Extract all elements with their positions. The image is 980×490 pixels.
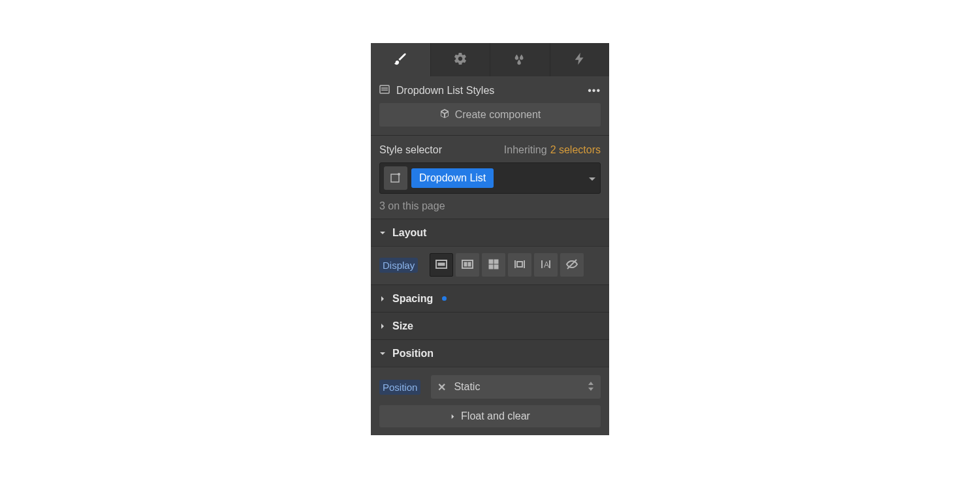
svg-rect-8 — [464, 262, 467, 266]
more-icon[interactable]: ••• — [588, 85, 601, 97]
display-block-button[interactable] — [430, 253, 453, 277]
caret-down-icon — [379, 348, 386, 359]
caret-right-icon — [379, 320, 386, 331]
display-inline-button[interactable]: A — [534, 253, 558, 277]
drops-icon — [513, 52, 527, 68]
caret-down-icon — [379, 227, 386, 238]
element-title: Dropdown List Styles — [396, 85, 588, 97]
position-body: Position ✕ Static Float and clear — [371, 367, 609, 435]
page-count: 3 on this page — [379, 200, 601, 212]
display-label: Display — [379, 258, 418, 273]
display-inline-block-button[interactable] — [508, 253, 531, 277]
selector-tag[interactable]: Dropdown List — [411, 168, 494, 188]
display-none-button[interactable] — [560, 253, 584, 277]
selector-dropdown[interactable] — [588, 173, 596, 184]
updown-icon — [588, 382, 594, 393]
cube-icon — [439, 108, 450, 121]
svg-rect-12 — [489, 265, 493, 269]
bolt-icon — [573, 52, 587, 68]
tab-style[interactable] — [371, 43, 431, 76]
section-layout-title: Layout — [392, 227, 426, 239]
close-icon: ✕ — [437, 381, 446, 393]
display-flex-button[interactable] — [456, 253, 479, 277]
grid-icon — [487, 258, 500, 273]
element-header: Dropdown List Styles ••• — [371, 76, 609, 103]
svg-text:A: A — [544, 260, 549, 269]
svg-rect-0 — [380, 85, 389, 93]
block-icon — [435, 258, 448, 273]
position-label: Position — [379, 380, 420, 395]
caret-down-icon — [588, 173, 596, 184]
inline-icon: A — [539, 258, 552, 273]
tab-settings[interactable] — [431, 43, 491, 76]
section-size-header[interactable]: Size — [371, 312, 609, 339]
svg-rect-3 — [391, 174, 399, 182]
style-selector-section: Style selector Inheriting 2 selectors Dr… — [371, 135, 609, 219]
svg-rect-9 — [468, 262, 471, 266]
section-position-header[interactable]: Position — [371, 339, 609, 367]
svg-rect-15 — [517, 262, 522, 267]
style-selector-label: Style selector — [379, 144, 504, 156]
tab-effects[interactable] — [490, 43, 550, 76]
inline-block-icon — [513, 258, 526, 273]
selector-target-button[interactable] — [384, 166, 407, 190]
spacing-indicator — [442, 296, 447, 301]
gear-icon — [453, 52, 467, 68]
caret-right-icon — [450, 410, 456, 422]
selectors-link[interactable]: 2 selectors — [550, 144, 601, 156]
style-panel: Dropdown List Styles ••• Create componen… — [371, 43, 609, 435]
display-options: A — [430, 253, 584, 277]
element-icon — [379, 84, 390, 97]
inheriting-label: Inheriting — [504, 144, 547, 156]
position-value: Static — [454, 381, 580, 393]
create-component-button[interactable]: Create component — [379, 103, 601, 127]
svg-point-4 — [398, 173, 400, 176]
section-size-title: Size — [392, 320, 413, 332]
caret-right-icon — [379, 293, 386, 304]
selector-input[interactable]: Dropdown List — [379, 162, 601, 194]
layout-body: Display A — [371, 246, 609, 284]
svg-rect-13 — [494, 265, 498, 269]
position-select[interactable]: ✕ Static — [431, 375, 601, 399]
hidden-icon — [565, 258, 578, 273]
style-selector-head: Style selector Inheriting 2 selectors — [379, 144, 601, 156]
section-spacing-title: Spacing — [392, 293, 433, 305]
display-grid-button[interactable] — [482, 253, 505, 277]
target-icon — [390, 172, 402, 185]
tab-interactions[interactable] — [550, 43, 610, 76]
float-clear-label: Float and clear — [461, 410, 530, 422]
panel-tabbar — [371, 43, 609, 76]
section-position-title: Position — [392, 348, 434, 360]
svg-rect-11 — [494, 260, 498, 264]
svg-rect-10 — [489, 260, 493, 264]
section-layout-header[interactable]: Layout — [371, 219, 609, 246]
section-spacing-header[interactable]: Spacing — [371, 284, 609, 312]
float-clear-button[interactable]: Float and clear — [379, 405, 601, 427]
position-row: Position ✕ Static — [379, 375, 601, 399]
flex-icon — [461, 258, 474, 273]
create-component-label: Create component — [455, 109, 541, 121]
svg-rect-6 — [438, 263, 445, 266]
svg-rect-7 — [462, 260, 473, 268]
brush-icon — [393, 52, 407, 68]
